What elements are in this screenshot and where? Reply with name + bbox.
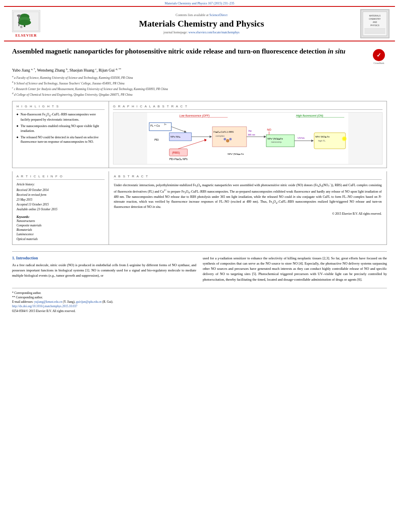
doi-line: http://dx.doi.org/10.1016/j.matchemphys.… <box>12 304 387 308</box>
svg-text:FL + Cu: FL + Cu <box>150 124 160 127</box>
crossmark-label: CrossMark <box>374 62 385 64</box>
highlights-label: H I G H L I G H T S <box>16 105 105 110</box>
keyword-5: Optical materials <box>16 237 105 241</box>
accepted-date: Accepted 13 October 2015 <box>16 202 105 207</box>
svg-text:MATERIALS: MATERIALS <box>369 14 381 17</box>
emails-label: E-mail addresses: <box>12 300 33 304</box>
body-left-column: 1. Introduction As a free radical molecu… <box>12 256 196 282</box>
body-right-column: used for a γ-radiation sensitizer to enh… <box>203 256 387 282</box>
journal-ref-bar: Materials Chemistry and Physics 167 (201… <box>0 0 399 6</box>
svg-text:complex: complex <box>216 135 224 137</box>
svg-text:PHYSICS: PHYSICS <box>370 24 380 27</box>
footnote-emails: E-mail addresses: yujiang@kmust.edu.cn (… <box>12 300 387 304</box>
main-content: Assembled magnetic nanoparticles for pho… <box>8 47 391 313</box>
svg-point-6 <box>17 14 21 17</box>
svg-text:PEI: PEI <box>154 138 159 141</box>
keywords-section: Keywords: Nanostructures Composite mater… <box>16 215 105 241</box>
footnotes: * Corresponding author. ** Corresponding… <box>12 288 387 313</box>
article-title-section: Assembled magnetic nanoparticles for pho… <box>12 47 387 64</box>
svg-text:NPs⁺(NO₃)₂Fe: NPs⁺(NO₃)₂Fe <box>267 138 283 140</box>
received-date: Received 30 October 2014 <box>16 188 105 193</box>
affiliation-b: b b School of Science and Technology, Ji… <box>12 80 387 86</box>
svg-text:hν: hν <box>249 129 252 132</box>
article-title: Assembled magnetic nanoparticles for pho… <box>12 47 367 56</box>
graphical-abstract-image: Low fluorescence (OFF) High fluorescent … <box>113 112 383 164</box>
history-label: Article history: <box>16 182 105 187</box>
journal-reference: Materials Chemistry and Physics 167 (201… <box>165 2 234 5</box>
intro-text-left: As a free radical molecule, nitric oxide… <box>12 263 196 279</box>
doi-link[interactable]: http://dx.doi.org/10.1016/j.matchemphys.… <box>12 304 77 308</box>
crossmark-badge: ✓ CrossMark <box>371 47 387 64</box>
svg-text:(RBS): (RBS) <box>172 151 180 154</box>
article-title-italic: in situ <box>328 47 346 55</box>
svg-point-4 <box>18 20 31 25</box>
svg-text:365 nm: 365 nm <box>248 134 255 136</box>
abstract-text: Under electrostatic interactions, polyet… <box>114 182 382 210</box>
svg-point-37 <box>224 138 226 140</box>
email2-link[interactable]: guirijun@qdu.edu.cn <box>76 300 102 304</box>
svg-rect-5 <box>19 16 19 26</box>
affiliation-a: a a Faculty of Science, Kunming Universi… <box>12 75 387 80</box>
svg-point-7 <box>20 26 23 28</box>
email2-name: (R. Gui). <box>103 300 113 304</box>
issn-line: 0254-0584/© 2015 Elsevier B.V. All right… <box>12 309 387 313</box>
affiliations: a a Faculty of Science, Kunming Universi… <box>12 75 387 97</box>
journal-title: Materials Chemistry and Physics <box>48 18 355 29</box>
article-info-label: A R T I C L E I N F O <box>16 175 105 180</box>
sciencedirect-text: Contents lists available at <box>176 13 209 17</box>
article-info-abstract-box: A R T I C L E I N F O Article history: R… <box>12 171 387 245</box>
sciencedirect-line: Contents lists available at ScienceDirec… <box>48 13 355 17</box>
keyword-4: Luminescence <box>16 232 105 236</box>
email1-name: (Y. Jiang), <box>63 300 75 304</box>
homepage-link[interactable]: www.elsevier.com/locate/matchemphys <box>188 31 239 34</box>
graphical-abstract-column: G R A P H I C A L A B S T R A C T Low fl… <box>109 101 387 168</box>
journal-logo-box: MATERIALS CHEMISTRY AND PHYSICS <box>360 9 389 38</box>
keywords-list: Nanostructures Composite materials Bioma… <box>16 219 105 241</box>
svg-text:AND: AND <box>373 21 377 23</box>
highlight-item-1: Non-fluorescent Fe3O4–CuFL–RBS nanocompo… <box>16 112 105 122</box>
svg-text:Low fluorescence (OFF): Low fluorescence (OFF) <box>179 114 210 117</box>
highlight-item-2: The nanocomposites enabled releasing NO … <box>16 124 105 133</box>
sciencedirect-link[interactable]: ScienceDirect <box>210 13 228 17</box>
svg-point-36 <box>226 139 229 142</box>
homepage-line: journal homepage: www.elsevier.com/locat… <box>48 31 355 34</box>
affiliation-c: c c Research Center for Analysis and Mea… <box>12 86 387 91</box>
abstract-label: A B S T R A C T <box>114 175 382 180</box>
svg-point-38 <box>229 138 232 140</box>
keyword-1: Nanostructures <box>16 219 105 223</box>
crossmark-icon: ✓ <box>373 49 385 61</box>
revised-date: 23 May 2015 <box>16 197 105 202</box>
header-center: Contents lists available at ScienceDirec… <box>44 13 359 34</box>
elsevier-text: ELSEVIER <box>15 33 37 37</box>
highlights-column: H I G H L I G H T S Non-fluorescent Fe3O… <box>12 101 109 168</box>
highlights-list: Non-fluorescent Fe3O4–CuFL–RBS nanocompo… <box>16 112 105 144</box>
abstract-column: A B S T R A C T Under electrostatic inte… <box>109 171 387 244</box>
highlights-abstract-box: H I G H L I G H T S Non-fluorescent Fe3O… <box>12 101 387 168</box>
email1-link[interactable]: yujiang@kmust.edu.cn <box>34 300 62 304</box>
intro-text-right: used for a γ-radiation sensitizer to enh… <box>203 256 387 282</box>
journal-side-logo: MATERIALS CHEMISTRY AND PHYSICS <box>359 9 391 38</box>
body-two-columns: 1. Introduction As a free radical molecu… <box>12 256 387 282</box>
keyword-2: Composite materials <box>16 223 105 228</box>
available-date: Available online 23 October 2015 <box>16 207 105 212</box>
svg-text:High fluorescent (ON): High fluorescent (ON) <box>296 114 323 117</box>
authors-line: Yubo Jiang a, *, Wensheng Zhang b, Shaoj… <box>12 68 387 72</box>
svg-text:CHEMISTRY: CHEMISTRY <box>369 18 381 20</box>
svg-text:PEI-Fe₃O₄ NPs: PEI-Fe₃O₄ NPs <box>169 158 188 160</box>
keywords-title: Keywords: <box>16 215 105 219</box>
footnote-corresponding1: * Corresponding author. <box>12 291 387 295</box>
elsevier-logo-image <box>12 10 40 32</box>
article-body: 1. Introduction As a free radical molecu… <box>12 251 387 282</box>
graphical-abstract-label: G R A P H I C A L A B S T R A C T <box>113 105 383 110</box>
article-history: Article history: Received 30 October 201… <box>16 182 105 212</box>
highlight-item-3: The released NO could be detected in sit… <box>16 135 105 144</box>
revised-label: Received in revised form <box>16 193 105 197</box>
homepage-text: journal homepage: <box>164 31 188 34</box>
svg-text:UV/vis: UV/vis <box>298 137 304 139</box>
journal-header: ELSEVIER Contents lists available at Sci… <box>4 6 395 41</box>
svg-text:2+: 2+ <box>164 123 167 125</box>
affiliation-d: d d College of Chemical Science and Engi… <box>12 92 387 97</box>
svg-point-56 <box>343 137 346 140</box>
svg-text:Fe₃O₄-CuFL1-RBS: Fe₃O₄-CuFL1-RBS <box>214 131 234 133</box>
intro-heading: 1. Introduction <box>12 256 196 260</box>
